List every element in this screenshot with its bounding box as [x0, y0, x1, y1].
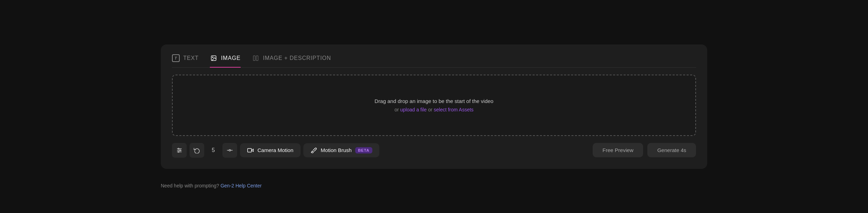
settings-button[interactable]: [172, 143, 187, 158]
dropzone-middle: or: [427, 107, 434, 112]
tab-image-label: IMAGE: [221, 55, 241, 61]
svg-point-7: [178, 148, 179, 149]
text-tab-icon: T: [172, 54, 180, 62]
dropzone-sub-row: or upload a file or select from Assets: [394, 107, 474, 112]
toolbar-left: 5 Camera Motion: [172, 143, 379, 158]
svg-point-9: [178, 151, 179, 152]
image-description-tab-icon: [252, 54, 260, 62]
dropzone-prefix: or: [394, 107, 400, 112]
toolbar-right: Free Preview Generate 4s: [593, 143, 696, 157]
help-text-row: Need help with prompting? Gen-2 Help Cen…: [161, 183, 262, 188]
svg-rect-2: [253, 56, 255, 61]
tab-image-description-label: IMAGE + DESCRIPTION: [263, 55, 331, 61]
upload-file-link[interactable]: upload a file: [400, 107, 427, 112]
main-panel: T TEXT IMAGE IMAGE + DES: [161, 44, 707, 169]
image-tab-icon: [210, 54, 218, 62]
free-preview-button[interactable]: Free Preview: [593, 143, 643, 157]
motion-brush-icon: [310, 147, 317, 154]
help-center-link[interactable]: Gen-2 Help Center: [220, 183, 262, 188]
motion-brush-label: Motion Brush: [321, 147, 352, 153]
tab-text-label: TEXT: [183, 55, 199, 61]
generate-button[interactable]: Generate 4s: [647, 143, 696, 157]
svg-rect-13: [248, 148, 252, 152]
svg-point-8: [180, 150, 181, 151]
tabs-row: T TEXT IMAGE IMAGE + DES: [172, 54, 696, 68]
camera-motion-button[interactable]: Camera Motion: [240, 143, 301, 157]
tab-text[interactable]: T TEXT: [172, 54, 199, 68]
camera-motion-icon: [247, 147, 254, 154]
beta-badge: BETA: [355, 147, 372, 153]
camera-motion-label: Camera Motion: [257, 147, 294, 153]
number-value: 5: [207, 143, 220, 158]
tab-image-description[interactable]: IMAGE + DESCRIPTION: [252, 54, 331, 68]
tab-image[interactable]: IMAGE: [210, 54, 241, 68]
loop-button[interactable]: [190, 143, 204, 158]
help-prefix: Need help with prompting?: [161, 183, 219, 188]
svg-rect-3: [256, 56, 258, 61]
keyframe-button[interactable]: [222, 143, 237, 158]
dropzone-main-text: Drag and drop an image to be the start o…: [374, 98, 493, 104]
assets-link[interactable]: select from Assets: [434, 107, 474, 112]
motion-brush-button[interactable]: Motion Brush BETA: [303, 143, 379, 157]
svg-point-1: [212, 57, 213, 57]
image-dropzone[interactable]: Drag and drop an image to be the start o…: [172, 75, 696, 136]
bottom-toolbar: 5 Camera Motion: [172, 143, 696, 158]
